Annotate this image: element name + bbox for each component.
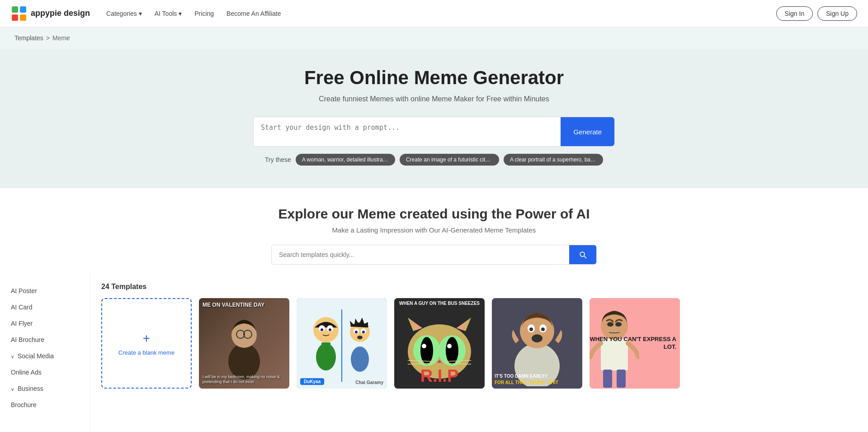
blank-label: Create a blank meme bbox=[118, 349, 175, 356]
svg-rect-1 bbox=[20, 6, 26, 13]
template-search-bar bbox=[271, 245, 597, 265]
meme2-label1: DuKyaa bbox=[300, 378, 324, 385]
breadcrumb-current: Meme bbox=[52, 34, 70, 42]
hero-subtitle: Create funniest Memes with online Meme M… bbox=[9, 95, 859, 103]
meme2-label2: Chai Garamy bbox=[355, 380, 383, 385]
try-chip-3[interactable]: A clear portrait of a superhero, backgro… bbox=[504, 154, 603, 166]
templates-count: 24 Templates bbox=[101, 283, 857, 291]
svg-point-47 bbox=[541, 328, 545, 331]
meme5-background: WHEN YOU CAN'T EXPRESS A LOT. bbox=[590, 298, 680, 389]
try-these-section: Try these A woman, warrior, detailed ill… bbox=[9, 154, 859, 166]
try-these-label: Try these bbox=[265, 156, 291, 163]
search-icon bbox=[578, 250, 587, 259]
templates-grid: + Create a blank meme bbox=[101, 298, 857, 389]
meme4-bottom-overlay: IT'S TOO DAMN EARLY!! FOR ALL THAT "WORK… bbox=[495, 373, 580, 386]
signup-button[interactable]: Sign Up bbox=[817, 6, 857, 21]
svg-rect-2 bbox=[12, 14, 18, 21]
sidebar-item-brochure[interactable]: Brochure bbox=[0, 397, 90, 413]
svg-point-35 bbox=[447, 344, 452, 348]
template-card-meme3[interactable]: WHEN A GUY ON THE BUS SNEEZES R.I.P bbox=[394, 298, 485, 389]
svg-point-32 bbox=[420, 337, 433, 364]
sidebar-item-business[interactable]: ∨ Business bbox=[0, 380, 90, 397]
brand-name: appypie design bbox=[31, 9, 90, 18]
chevron-right-icon: ∨ bbox=[11, 387, 14, 392]
navbar-actions: Sign In Sign Up bbox=[776, 6, 857, 21]
generate-button[interactable]: Generate bbox=[561, 117, 614, 146]
templates-area: 24 Templates + Create a blank meme bbox=[90, 274, 868, 432]
nav-links: Categories ▾ AI Tools ▾ Pricing Become A… bbox=[101, 6, 776, 21]
template-search-button[interactable] bbox=[569, 245, 596, 264]
try-chip-1[interactable]: A woman, warrior, detailed illustration,… bbox=[296, 154, 395, 166]
sidebar-item-ai-flyer[interactable]: AI Flyer bbox=[0, 315, 90, 332]
meme4-line1: IT'S TOO DAMN EARLY!! bbox=[495, 373, 580, 380]
svg-point-20 bbox=[355, 331, 358, 333]
sidebar-item-ai-poster[interactable]: AI Poster bbox=[0, 283, 90, 299]
svg-point-23 bbox=[351, 347, 369, 372]
meme1-overlay: ME ON VALENTINE DAY bbox=[203, 302, 286, 308]
sidebar: AI Poster AI Card AI Flyer AI Brochure ∨… bbox=[0, 274, 90, 432]
svg-rect-52 bbox=[603, 370, 612, 388]
chevron-down-icon: ▾ bbox=[179, 10, 182, 17]
prompt-input-wrap: Generate bbox=[253, 117, 615, 147]
sidebar-item-social-media[interactable]: ∨ Social Media bbox=[0, 348, 90, 364]
meme4-line2: FOR ALL THAT "WORK" SHIT bbox=[495, 380, 580, 386]
template-search-input[interactable] bbox=[272, 245, 569, 264]
svg-point-12 bbox=[321, 328, 323, 331]
svg-point-9 bbox=[313, 317, 339, 342]
explore-title: Explore our Meme created using the Power… bbox=[9, 206, 859, 222]
create-blank-card[interactable]: + Create a blank meme bbox=[101, 298, 192, 389]
harry-figure bbox=[222, 307, 267, 380]
explore-section: Explore our Meme created using the Power… bbox=[0, 188, 868, 274]
svg-point-16 bbox=[316, 343, 336, 370]
svg-rect-3 bbox=[20, 14, 26, 21]
sidebar-item-online-ads[interactable]: Online Ads bbox=[0, 364, 90, 380]
svg-point-21 bbox=[362, 331, 365, 333]
svg-rect-53 bbox=[617, 370, 626, 388]
svg-point-46 bbox=[529, 328, 533, 331]
meme4-background: IT'S TOO DAMN EARLY!! FOR ALL THAT "WORK… bbox=[492, 298, 582, 389]
meme2-characters bbox=[301, 305, 382, 382]
breadcrumb-templates-link[interactable]: Templates bbox=[14, 34, 43, 42]
meme3-title-text: WHEN A GUY ON THE BUS SNEEZES bbox=[399, 301, 480, 306]
svg-point-34 bbox=[422, 344, 426, 348]
template-card-meme1[interactable]: ME ON VALENTINE DAY I will be in my bedr… bbox=[199, 298, 289, 389]
meme3-rip-text: R.I.P bbox=[420, 366, 458, 386]
svg-point-22 bbox=[357, 336, 363, 339]
meme1-bottom: I will be in my bedroom, making no noise… bbox=[203, 375, 286, 385]
sidebar-item-ai-brochure[interactable]: AI Brochure bbox=[0, 332, 90, 348]
meme1-title-text: ME ON VALENTINE DAY bbox=[203, 302, 286, 308]
meme5-text-overlay: WHEN YOU CAN'T EXPRESS A LOT. bbox=[590, 336, 676, 351]
main-content: AI Poster AI Card AI Flyer AI Brochure ∨… bbox=[0, 274, 868, 432]
explore-subtitle: Make a Lasting Impression with Our AI-Ge… bbox=[9, 226, 859, 234]
breadcrumb-separator: > bbox=[46, 34, 50, 42]
try-chip-2[interactable]: Create an image of a futuristic cityscap… bbox=[400, 154, 499, 166]
template-card-meme5[interactable]: WHEN YOU CAN'T EXPRESS A LOT. bbox=[590, 298, 680, 389]
signin-button[interactable]: Sign In bbox=[776, 6, 813, 21]
hero-section: Free Online Meme Generator Create funnie… bbox=[0, 49, 868, 188]
svg-point-43 bbox=[532, 334, 542, 342]
nav-categories[interactable]: Categories ▾ bbox=[101, 6, 147, 21]
template-card-meme2[interactable]: DuKyaa Chai Garamy bbox=[297, 298, 387, 389]
meme3-background: WHEN A GUY ON THE BUS SNEEZES R.I.P bbox=[394, 298, 485, 389]
chevron-down-icon: ▾ bbox=[139, 10, 142, 17]
brand-logo[interactable]: appypie design bbox=[11, 5, 90, 22]
nav-pricing[interactable]: Pricing bbox=[189, 6, 219, 21]
breadcrumb: Templates > Meme bbox=[0, 27, 868, 49]
plus-icon: + bbox=[143, 331, 150, 346]
chevron-right-icon: ∨ bbox=[11, 354, 14, 359]
svg-rect-0 bbox=[12, 6, 18, 13]
meme1-subtitle-text: I will be in my bedroom, making no noise… bbox=[203, 375, 286, 385]
meme2-background: DuKyaa Chai Garamy bbox=[297, 298, 387, 389]
svg-point-13 bbox=[329, 328, 331, 331]
nav-affiliate[interactable]: Become An Affiliate bbox=[221, 6, 286, 21]
sidebar-item-ai-card[interactable]: AI Card bbox=[0, 299, 90, 315]
prompt-input[interactable] bbox=[254, 117, 561, 146]
meme1-background: ME ON VALENTINE DAY I will be in my bedr… bbox=[199, 298, 289, 389]
svg-point-50 bbox=[607, 322, 613, 327]
navbar: appypie design Categories ▾ AI Tools ▾ P… bbox=[0, 0, 868, 27]
template-card-meme4[interactable]: IT'S TOO DAMN EARLY!! FOR ALL THAT "WORK… bbox=[492, 298, 582, 389]
hero-title: Free Online Meme Generator bbox=[9, 67, 859, 89]
svg-point-33 bbox=[446, 337, 458, 364]
nav-ai-tools[interactable]: AI Tools ▾ bbox=[149, 6, 188, 21]
logo-icon bbox=[11, 5, 27, 22]
